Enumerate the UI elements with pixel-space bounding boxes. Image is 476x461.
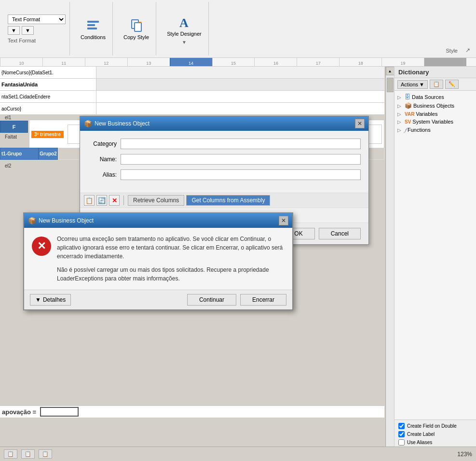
toolbar: Text Format ▼ ▼ Text Format Conditions (0, 0, 476, 58)
status-btn2[interactable]: 📋 (21, 449, 35, 459)
nbo-toolbar-icon1[interactable]: 📋 (84, 195, 95, 206)
report-cell-rest3 (96, 91, 384, 102)
report-cell-fantasia: FantasiaUnida (0, 79, 96, 90)
actions-btn[interactable]: Actions ▼ (397, 80, 428, 89)
error-footer-left: ▼ Detalhes (30, 294, 71, 306)
use-aliases-row: Use Aliases (398, 439, 472, 446)
dict-tree: ▷ 🗄 Data Sources ▷ 📦 Business Objects ▷ … (394, 91, 476, 419)
dialog-error-title: New Business Object (39, 217, 94, 224)
tree-item-funcs[interactable]: ▷ 𝑓 Functions (395, 126, 475, 134)
category-input[interactable] (121, 139, 361, 149)
copy-style-icon (129, 18, 144, 33)
aprovacao-row: apovação = (0, 405, 384, 418)
get-columns-btn[interactable]: Get Columns from Assembly (186, 195, 270, 206)
ruler-mark-11: 11 (42, 58, 85, 66)
dialog-nbo-toolbar: 📋 🔄 ✕ Retrieve Columns Get Columns from … (80, 193, 368, 208)
use-aliases-label: Use Aliases (407, 440, 432, 445)
use-aliases-checkbox[interactable] (398, 439, 405, 446)
alias-input[interactable] (121, 169, 361, 180)
sysvars-icon: SV (405, 119, 411, 125)
ruler-mark-13: 13 (127, 58, 170, 66)
svg-rect-4 (135, 23, 141, 31)
dict-header: Dictionary (394, 67, 476, 78)
retrieve-columns-btn[interactable]: Retrieve Columns (128, 195, 184, 206)
report-cell-rest4 (96, 103, 384, 114)
dict-edit-btn[interactable]: ✏️ (445, 80, 459, 89)
ruler-mark-end (424, 58, 466, 66)
ruler-mark-18: 18 (339, 58, 381, 66)
text-format-btn2[interactable]: ▼ (22, 26, 34, 35)
style-designer-icon: A (177, 14, 192, 30)
sysvars-label: System Variables (412, 119, 453, 125)
error-footer: ▼ Detalhes Continuar Encerrar (24, 290, 292, 309)
scrollbar-up-btn[interactable]: ▲ (386, 67, 394, 75)
error-message2: Não é possível carregar um ou mais dos t… (57, 265, 285, 283)
close-btn[interactable]: Encerrar (240, 294, 286, 306)
status-bar: 📋 📋 📋 123% (0, 447, 476, 461)
toolbar-divider (123, 196, 124, 205)
style-section-label: Style (446, 48, 462, 56)
style-designer-btn[interactable]: A Style Designer (164, 13, 204, 39)
group-cell-mid: Grupo2 (39, 148, 58, 160)
report-cell-curso: aoCurso} (0, 103, 96, 114)
dialog-nbo-title: New Business Object (95, 120, 150, 127)
error-message1: Ocorreu uma exceção sem tratamento no ap… (57, 235, 285, 261)
style-designer-label: Style Designer (167, 31, 202, 37)
tree-item-sysvars[interactable]: ▷ SV System Variables (395, 118, 475, 126)
dialog-error-close-btn[interactable]: ✕ (279, 216, 288, 225)
canvas-label-el2: el2 (5, 163, 11, 168)
ruler-mark-17: 17 (297, 58, 339, 66)
report-row-2: FantasiaUnida (0, 79, 384, 91)
svg-rect-2 (87, 28, 97, 29)
tree-item-vars[interactable]: ▷ VAR Variables (395, 110, 475, 118)
tree-item-datasources[interactable]: ▷ 🗄 Data Sources (395, 93, 475, 101)
svg-rect-1 (87, 24, 95, 26)
text-format-btn1[interactable]: ▼ (8, 26, 20, 35)
f-cell: F (0, 121, 28, 133)
ruler-mark-12: 12 (85, 58, 127, 66)
ruler-mark-19: 19 (381, 58, 424, 66)
report-cell-nbo: {NomeCurso}{DataSet1. (0, 67, 96, 78)
dict-add-btn[interactable]: 📋 (430, 80, 443, 89)
dialog-error-titlebar: 📦 New Business Object ✕ (24, 213, 292, 228)
nbo-toolbar-delete-icon[interactable]: ✕ (109, 195, 120, 206)
name-input[interactable] (121, 154, 361, 165)
create-field-checkbox[interactable] (398, 423, 405, 429)
status-btn3[interactable]: 📋 (39, 449, 52, 459)
name-label: Name: (88, 156, 117, 163)
right-panel: Dictionary Actions ▼ 📋 ✏️ ▷ 🗄 Data Sourc… (394, 67, 476, 461)
tree-item-bizobj[interactable]: ▷ 📦 Business Objects (395, 101, 475, 110)
details-btn[interactable]: ▼ Detalhes (30, 294, 71, 306)
group-cell-left: t1-Grupo (0, 148, 39, 160)
create-field-label: Create Field on Double (407, 423, 457, 429)
dialog-nbo-titlebar: 📦 New Business Object ✕ (80, 116, 368, 131)
status-btn1[interactable]: 📋 (4, 449, 17, 459)
svg-text:A: A (179, 16, 189, 30)
actions-label: Actions (401, 82, 418, 87)
vars-label: Variables (416, 111, 437, 117)
text-format-dropdown[interactable]: Text Format (8, 14, 66, 24)
dict-footer: Create Field on Double Create Label Use … (394, 419, 476, 450)
report-row-4: aoCurso} (0, 103, 384, 115)
dict-edit-icon: ✏️ (449, 81, 455, 87)
ruler-mark-14: 14 (170, 58, 212, 66)
svg-rect-0 (87, 21, 99, 23)
style-expand-icon[interactable]: ↗ (465, 47, 472, 56)
report-cell-rest (96, 67, 384, 78)
continue-btn[interactable]: Continuar (187, 294, 236, 306)
scrollbar-thumb[interactable] (387, 78, 394, 92)
copy-style-btn[interactable]: Copy Style (121, 16, 152, 42)
copy-style-label: Copy Style (123, 34, 149, 40)
funcs-icon: 𝑓 (405, 126, 406, 133)
dialog-cancel-btn[interactable]: Cancel (319, 228, 361, 239)
v-scrollbar[interactable]: ▲ ▼ (385, 67, 394, 461)
dialog-nbo-close-btn[interactable]: ✕ (355, 119, 365, 128)
bizobj-label: Business Objects (413, 103, 454, 109)
create-label-checkbox[interactable] (398, 431, 405, 437)
conditions-btn[interactable]: Conditions (78, 16, 109, 42)
form-row-name: Name: (88, 154, 361, 165)
text-format-label: Text Format (8, 38, 66, 43)
toolbar-spacer (213, 2, 442, 56)
ruler: 10 11 12 13 14 15 16 17 18 19 (0, 58, 476, 67)
nbo-toolbar-icon2[interactable]: 🔄 (96, 195, 107, 206)
